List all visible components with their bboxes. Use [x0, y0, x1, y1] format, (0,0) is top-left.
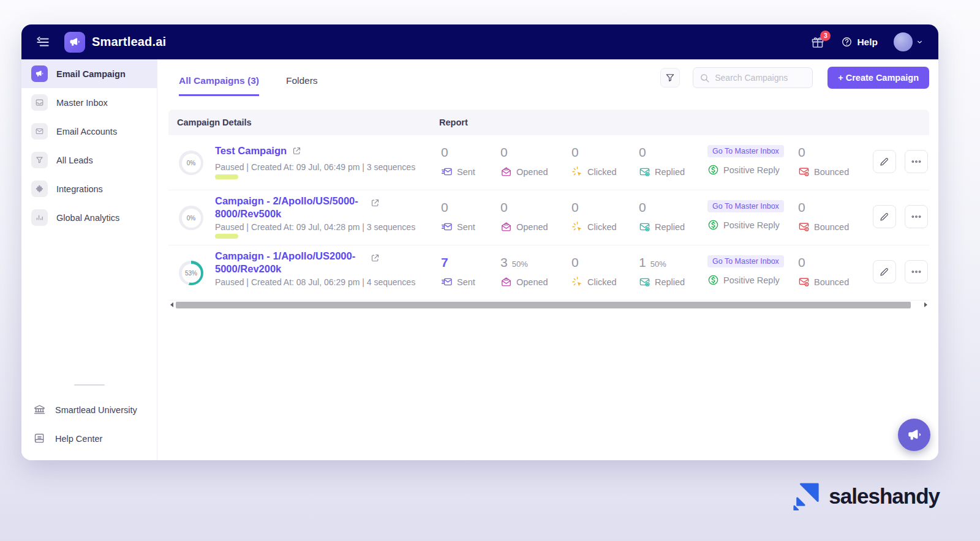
go-to-master-inbox-chip[interactable]: Go To Master Inbox [707, 255, 784, 267]
more-options-button[interactable] [905, 260, 928, 283]
create-campaign-button[interactable]: + Create Campaign [827, 67, 929, 89]
sidebar-item-label: Email Campaign [56, 69, 126, 79]
tab-all-campaigns[interactable]: All Campaigns (3) [179, 75, 259, 96]
column-report: Report [439, 110, 468, 135]
dollar-icon [707, 219, 719, 231]
stat-opened: 0 Opened [500, 200, 548, 233]
campaign-title-link[interactable]: Campaign - 2/Apollo/US/5000-8000/Rev500k [215, 195, 358, 219]
saleshandy-logo-icon [793, 482, 821, 510]
question-icon [841, 36, 853, 48]
progress-ring: 0% [179, 206, 203, 230]
pencil-icon [879, 156, 890, 167]
bounced-icon [798, 221, 810, 233]
book-icon [33, 432, 46, 445]
clicked-icon [571, 221, 583, 233]
replied-icon [639, 276, 650, 288]
external-link-icon[interactable] [371, 253, 380, 263]
sidebar-item-master-inbox[interactable]: Master Inbox [21, 88, 157, 117]
stat-clicked: 0 Clicked [571, 255, 617, 288]
profile-menu[interactable] [894, 32, 924, 51]
dollar-icon [707, 164, 719, 176]
edit-campaign-button[interactable] [873, 150, 896, 173]
tab-bar: All Campaigns (3) Folders [179, 75, 318, 96]
go-to-master-inbox-chip[interactable]: Go To Master Inbox [707, 145, 784, 157]
stat-opened: 350% Opened [500, 255, 548, 288]
campaign-progress-bar [215, 174, 238, 179]
more-options-button[interactable] [905, 205, 928, 228]
stat-opened: 0 Opened [500, 145, 548, 177]
scroll-left-arrow[interactable] [170, 302, 173, 307]
sidebar-item-label: Email Accounts [56, 127, 117, 136]
sidebar-item-label: Smartlead University [55, 405, 137, 415]
opened-percentage: 50% [512, 259, 528, 269]
megaphone-icon [31, 65, 48, 82]
edit-campaign-button[interactable] [873, 205, 896, 228]
stat-positive-reply: Go To Master Inbox Positive Reply [707, 255, 784, 286]
sidebar-item-label: Master Inbox [56, 98, 108, 108]
more-options-button[interactable] [905, 150, 928, 173]
external-link-icon[interactable] [292, 146, 301, 155]
ellipsis-icon [911, 211, 922, 222]
clicked-icon [571, 166, 583, 177]
search-box [693, 67, 813, 88]
app-window: Smartlead.ai 3 Help Email [21, 24, 938, 460]
sidebar-item-label: Help Center [55, 434, 102, 444]
sidebar-item-all-leads[interactable]: All Leads [21, 146, 157, 174]
sidebar-item-label: All Leads [56, 155, 93, 165]
clicked-icon [571, 276, 583, 288]
sidebar-item-integrations[interactable]: Integrations [21, 174, 157, 203]
envelope-icon [31, 123, 48, 140]
sidebar-collapse-icon[interactable] [35, 34, 51, 50]
campaign-title-link[interactable]: Campaign - 1/Apollo/US2000-5000/Rev200k [215, 250, 355, 274]
help-button[interactable]: Help [841, 36, 878, 48]
sidebar-item-global-analytics[interactable]: Global Analytics [21, 203, 157, 232]
replied-percentage: 50% [650, 259, 666, 269]
sent-icon [441, 276, 453, 288]
campaign-row: 53% Campaign - 1/Apollo/US2000-5000/Rev2… [168, 245, 929, 300]
campaign-meta: Paused | Created At: 09 Jul, 06:49 pm | … [215, 162, 415, 172]
stat-sent: 7 Sent [441, 255, 475, 288]
sidebar-divider [74, 384, 105, 386]
sidebar-item-label: Integrations [56, 184, 103, 194]
gift-icon[interactable]: 3 [810, 35, 825, 50]
pencil-icon [879, 266, 890, 277]
scrollbar-thumb[interactable] [176, 302, 911, 308]
ellipsis-icon [911, 156, 922, 167]
opened-icon [500, 276, 512, 288]
inbox-tray-icon [31, 94, 48, 111]
campaign-meta: Paused | Created At: 09 Jul, 04:28 pm | … [215, 222, 415, 232]
campaign-title-link[interactable]: Test Campaign [215, 145, 287, 156]
scroll-right-arrow[interactable] [924, 302, 927, 307]
scrollbar-track[interactable] [176, 302, 922, 308]
horizontal-scrollbar [168, 300, 929, 309]
search-input[interactable] [715, 73, 806, 83]
sidebar-item-label: Global Analytics [56, 213, 119, 223]
sent-icon [441, 166, 453, 177]
main-content: All Campaigns (3) Folders + Create Campa… [157, 59, 938, 460]
sidebar-item-help-center[interactable]: Help Center [21, 424, 157, 453]
external-link-icon[interactable] [371, 198, 380, 207]
campaign-row: 0% Test Campaign Paused | Created At: 09… [168, 135, 929, 190]
sidebar-item-smartlead-university[interactable]: Smartlead University [21, 395, 157, 424]
edit-campaign-button[interactable] [873, 260, 896, 283]
help-label: Help [857, 37, 878, 48]
brand[interactable]: Smartlead.ai [64, 32, 166, 53]
smartlead-logo-icon [64, 32, 85, 53]
filter-button[interactable] [660, 68, 680, 88]
tab-folders[interactable]: Folders [286, 75, 318, 96]
bar-chart-icon [31, 209, 48, 226]
stat-replied: 150% Replied [639, 255, 685, 288]
progress-ring: 0% [179, 151, 203, 175]
smartlead-fab-button[interactable] [898, 419, 930, 451]
stat-sent: 0 Sent [441, 200, 475, 233]
funnel-icon [31, 152, 48, 168]
chevron-down-icon [916, 38, 924, 46]
go-to-master-inbox-chip[interactable]: Go To Master Inbox [707, 200, 784, 212]
megaphone-icon [907, 427, 922, 443]
ellipsis-icon [911, 266, 922, 277]
sidebar-item-email-campaign[interactable]: Email Campaign [21, 59, 157, 88]
filter-icon [665, 72, 676, 83]
sidebar-item-email-accounts[interactable]: Email Accounts [21, 117, 157, 146]
puzzle-icon [31, 181, 48, 197]
bounced-icon [798, 276, 810, 288]
